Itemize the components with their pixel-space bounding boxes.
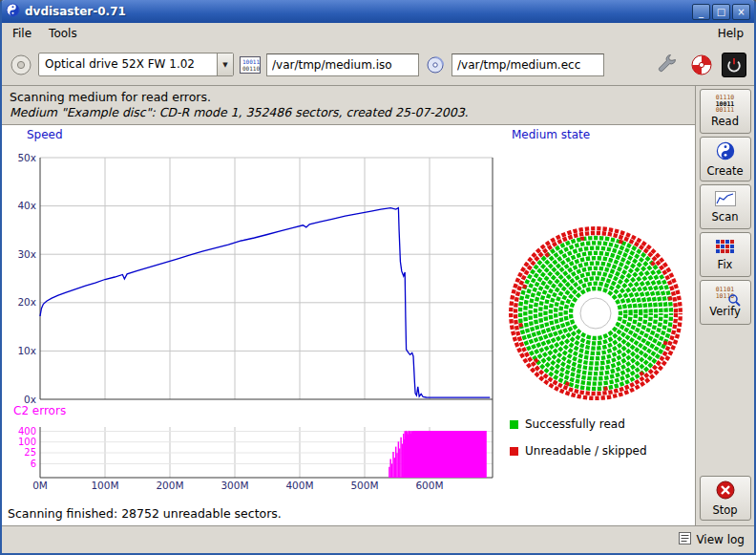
legend-label-read: Successfully read	[525, 417, 625, 431]
svg-text:20x: 20x	[17, 296, 36, 308]
fix-button-label: Fix	[718, 258, 733, 271]
close-button-icon[interactable]: ×	[732, 4, 750, 20]
chevron-down-icon[interactable]: ▼	[217, 53, 233, 75]
scan-curve-icon	[715, 191, 736, 209]
chart-canvas: Speed Medium state C2 errors 0x10x20x30x…	[2, 125, 695, 525]
svg-text:100: 100	[18, 437, 36, 447]
scan-button[interactable]: Scan	[700, 184, 751, 229]
read-button[interactable]: 01110 10011 00111 Read	[700, 89, 751, 134]
quit-power-icon[interactable]	[722, 53, 746, 77]
medium-state-legend: Successfully read Unreadable / skipped	[510, 417, 647, 458]
legend-swatch	[510, 420, 518, 429]
legend-label-unreadable: Unreadable / skipped	[525, 444, 647, 458]
svg-text:10x: 10x	[17, 345, 36, 356]
app-window: dvdisaster-0.71 _ □ × File Tools Help Op…	[0, 0, 756, 555]
stop-button-label: Stop	[712, 503, 737, 517]
window-controls: _ □ ×	[692, 4, 750, 20]
svg-text:200M: 200M	[156, 480, 183, 491]
svg-text:0x: 0x	[24, 394, 36, 405]
toolbar: Optical drive 52X FW 1.02 ▼ 1001100110	[2, 44, 754, 86]
svg-text:10011: 10011	[242, 58, 260, 65]
iso-image-icon: 1001100110	[240, 56, 261, 74]
verify-button[interactable]: 01101 10110 Verify	[700, 280, 751, 325]
preferences-wrench-icon[interactable]	[653, 51, 682, 79]
svg-text:100M: 100M	[91, 480, 118, 491]
optical-drive-icon	[10, 53, 32, 76]
verify-button-label: Verify	[709, 305, 741, 318]
svg-text:300M: 300M	[220, 480, 248, 491]
about-disc-icon[interactable]	[687, 51, 716, 79]
ecc-file-icon	[425, 56, 446, 74]
create-button-label: Create	[706, 164, 743, 178]
bottom-bar: View log	[2, 525, 754, 553]
svg-text:400: 400	[18, 426, 36, 437]
legend-row-unreadable: Unreadable / skipped	[510, 444, 647, 458]
menu-help[interactable]: Help	[709, 24, 752, 43]
create-button[interactable]: Create	[700, 137, 751, 181]
svg-text:30x: 30x	[17, 248, 36, 260]
ecc-path-input[interactable]	[452, 53, 604, 76]
view-log-button[interactable]: View log	[679, 532, 745, 547]
drive-select[interactable]: Optical drive 52X FW 1.02 ▼	[38, 53, 234, 76]
maximize-button-icon[interactable]: □	[712, 4, 730, 20]
svg-text:00110: 00110	[242, 65, 260, 72]
drive-select-value: Optical drive 52X FW 1.02	[39, 53, 217, 75]
iso-path-input[interactable]	[266, 53, 419, 76]
scan-result-text: Scanning finished: 28752 unreadable sect…	[8, 506, 282, 521]
titlebar[interactable]: dvdisaster-0.71 _ □ ×	[2, 0, 754, 23]
binary-row: 00111	[716, 107, 735, 114]
svg-text:25: 25	[24, 447, 36, 458]
svg-text:6: 6	[31, 459, 36, 469]
svg-text:600M: 600M	[415, 480, 443, 491]
window-title: dvdisaster-0.71	[25, 5, 126, 18]
svg-text:400M: 400M	[285, 480, 313, 491]
status-line-1: Scanning medium for read errors.	[10, 90, 687, 104]
yin-yang-icon	[716, 141, 735, 163]
svg-text:40x: 40x	[17, 200, 36, 211]
stop-x-icon	[716, 480, 735, 502]
legend-row-read: Successfully read	[510, 417, 647, 431]
stop-button[interactable]: Stop	[700, 476, 751, 521]
legend-swatch	[510, 447, 518, 456]
main-content: Scanning medium for read errors. Medium …	[2, 86, 754, 525]
minimize-button-icon[interactable]: _	[692, 4, 710, 20]
scan-button-label: Scan	[712, 210, 739, 224]
verify-magnifier-icon: 01101 10110	[712, 287, 739, 304]
log-icon	[679, 532, 691, 547]
app-icon	[6, 3, 20, 20]
status-area: Scanning medium for read errors. Medium …	[2, 86, 695, 125]
menu-file[interactable]: File	[4, 24, 40, 43]
fix-button[interactable]: Fix	[700, 232, 751, 277]
svg-text:50x: 50x	[17, 152, 36, 163]
fix-blocks-icon	[715, 239, 736, 257]
binary-read-icon: 01110 10011 00111	[716, 95, 735, 114]
read-button-label: Read	[711, 115, 739, 128]
left-column: Scanning medium for read errors. Medium …	[2, 86, 695, 525]
view-log-label: View log	[696, 533, 745, 546]
svg-text:0M: 0M	[32, 480, 48, 491]
chevron-glyph: ▼	[222, 61, 227, 69]
charts-and-disc-svg: 0x10x20x30x40x50x6251004000M100M200M300M…	[2, 125, 695, 525]
menubar: File Tools Help	[2, 23, 754, 44]
action-sidebar: 01110 10011 00111 Read Create Scan	[695, 86, 754, 525]
menu-tools[interactable]: Tools	[40, 24, 86, 43]
status-line-2: Medium "Example disc": CD-R mode 1, 3524…	[10, 105, 687, 119]
svg-text:500M: 500M	[350, 480, 378, 491]
